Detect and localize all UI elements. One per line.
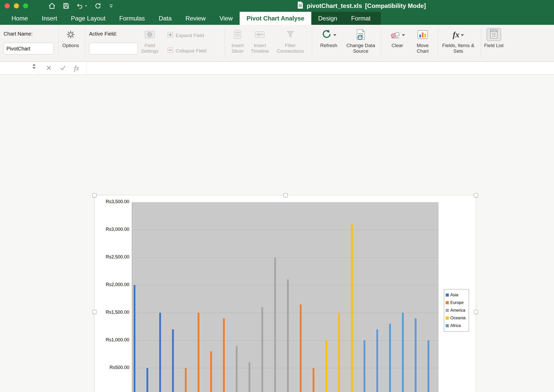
plot-area[interactable] [132, 202, 439, 392]
expand-field-button[interactable]: Expand Field [167, 31, 204, 39]
undo-icon[interactable] [76, 2, 88, 9]
move-chart-button[interactable]: Move Chart [411, 27, 434, 54]
tab-formulas[interactable]: Formulas [112, 12, 152, 25]
tab-format[interactable]: Format [344, 12, 377, 25]
spinner-down-icon[interactable] [32, 67, 36, 69]
zoom-button[interactable] [23, 3, 28, 8]
tab-pivot-chart-analyse[interactable]: Pivot Chart Analyse [240, 12, 311, 25]
save-icon[interactable] [62, 2, 70, 9]
clear-button[interactable]: Clear [385, 27, 410, 48]
bar-ada-chocolade-q2[interactable] [415, 318, 417, 392]
field-list-button[interactable]: Field List [483, 27, 505, 48]
refresh-button[interactable]: Refresh [315, 27, 342, 48]
name-box[interactable] [0, 62, 39, 74]
legend-item-america[interactable]: America [446, 307, 467, 314]
bar-miya-geitost-q2[interactable] [274, 257, 276, 392]
tab-review[interactable]: Review [179, 12, 213, 25]
window-mode-badge: [Compatibility Mode] [365, 2, 426, 9]
field-settings-button[interactable]: i Field Settings [136, 27, 164, 54]
change-data-source-button[interactable]: Change Data Source [344, 27, 377, 54]
active-field-input[interactable] [89, 43, 138, 55]
cancel-x-icon[interactable] [46, 65, 52, 72]
bar-ada-chocolade-q3[interactable] [428, 340, 429, 392]
bar-david-chai-q3[interactable] [172, 329, 174, 392]
tab-page-layout[interactable]: Page Layout [64, 12, 112, 25]
minimize-button[interactable] [14, 3, 19, 8]
options-button[interactable]: Options [59, 27, 82, 48]
insert-timeline-button[interactable]: Insert Timeline [246, 27, 274, 54]
quick-access-toolbar [48, 2, 114, 10]
bar-jean-chocolade-q2[interactable] [376, 329, 378, 392]
y-axis-labels[interactable]: Rs0.00Rs500.00Rs1,000.00Rs1,500.00Rs2,00… [94, 195, 129, 392]
legend-item-europe[interactable]: Europe [446, 299, 467, 307]
chart-name-input[interactable] [4, 43, 54, 55]
bar-james-chang-q3[interactable] [210, 351, 212, 392]
ribbon-tabs: HomeInsertPage LayoutFormulasDataReviewV… [0, 12, 554, 25]
filter-funnel-icon [285, 27, 295, 42]
bar-james-chang-q4[interactable] [223, 318, 225, 392]
bar-elvis-ikuru-q2[interactable] [313, 368, 314, 392]
selection-handle-ne[interactable] [474, 193, 478, 197]
chart-legend[interactable]: AsiaEuropeAmericaOceaniaAfrica [444, 289, 469, 332]
legend-item-oceania[interactable]: Oceania [446, 314, 467, 322]
selection-handle-n[interactable] [283, 193, 287, 197]
undo-dropdown-caret-icon [84, 5, 88, 7]
selection-handle-e[interactable] [474, 310, 478, 314]
active-field-label: Active Field: [89, 31, 117, 37]
bar-james-chang-q1[interactable] [185, 368, 187, 392]
worksheet-canvas[interactable]: Rs0.00Rs500.00Rs1,000.00Rs1,500.00Rs2,00… [0, 75, 554, 392]
bar-miya-geitost-q1[interactable] [261, 307, 263, 392]
spinner-up-icon[interactable] [32, 64, 36, 66]
tab-design[interactable]: Design [311, 12, 344, 25]
bar-elvis-ipoh-coffee-q3[interactable] [338, 313, 340, 392]
legend-swatch [446, 301, 449, 304]
bar-elvis-ikuru-q1[interactable] [300, 304, 302, 392]
window-title-group: pivotChart_test.xls [Compatibility Mode] [297, 0, 426, 12]
pivot-chart-object[interactable]: Rs0.00Rs500.00Rs1,000.00Rs1,500.00Rs2,00… [94, 195, 476, 392]
y-tick-label: Rs500.00 [94, 365, 129, 370]
tab-data[interactable]: Data [152, 12, 179, 25]
bar-miya-chai-q1[interactable] [249, 362, 250, 392]
confirm-check-icon[interactable] [60, 65, 66, 72]
fx-icon: fx [453, 30, 460, 39]
toolbar-chevron-icon[interactable] [108, 3, 114, 9]
ribbon-separator [481, 28, 481, 58]
gear-icon [66, 27, 76, 42]
bar-james-chang-q2[interactable] [198, 313, 199, 392]
tab-home[interactable]: Home [5, 12, 35, 25]
clear-label: Clear [391, 43, 403, 48]
bar-david-maxilaku-q1[interactable] [134, 285, 135, 392]
bar-ada-chocolade-q1[interactable] [402, 313, 404, 392]
fields-items-sets-button[interactable]: fx Fields, Items & Sets [441, 27, 476, 54]
y-tick-label: Rs2,500.00 [94, 254, 129, 260]
contextual-tab-group: DesignFormat [311, 12, 381, 25]
gridline [132, 368, 439, 368]
field-info-icon: i [145, 27, 155, 42]
bar-david-maxilaku-q2[interactable] [146, 368, 148, 392]
legend-label: America [450, 308, 465, 313]
home-icon[interactable] [48, 2, 56, 10]
legend-item-africa[interactable]: Africa [446, 322, 467, 330]
filter-connections-button[interactable]: Filter Connections [271, 27, 309, 54]
bar-elvis-ipoh-coffee-q4[interactable] [351, 224, 353, 392]
y-tick-label: Rs2,000.00 [94, 282, 129, 287]
bar-miya-geitost-q4[interactable] [287, 279, 289, 392]
redo-icon[interactable] [94, 2, 101, 9]
bar-miya-maxilaku-q3[interactable] [236, 346, 238, 392]
bar-elvis-ikuru-q3[interactable] [325, 340, 327, 392]
tab-view[interactable]: View [212, 12, 240, 25]
tab-insert[interactable]: Insert [35, 12, 64, 25]
bar-jean-chocolade-q3[interactable] [389, 324, 391, 392]
data-source-icon [356, 27, 366, 42]
bar-david-maxilaku-q4[interactable] [159, 313, 161, 392]
bar-jean-chocolade-q1[interactable] [364, 340, 365, 392]
legend-item-asia[interactable]: Asia [446, 291, 467, 299]
collapse-field-button[interactable]: Collapse Field [167, 47, 206, 55]
collapse-field-label: Collapse Field [176, 48, 206, 54]
gridline [132, 257, 439, 258]
name-box-spinner[interactable] [32, 64, 36, 69]
insert-function-icon[interactable]: fx [74, 64, 79, 72]
close-button[interactable] [5, 3, 10, 8]
formula-input[interactable] [87, 62, 554, 74]
insert-timeline-label: Insert Timeline [246, 43, 274, 54]
